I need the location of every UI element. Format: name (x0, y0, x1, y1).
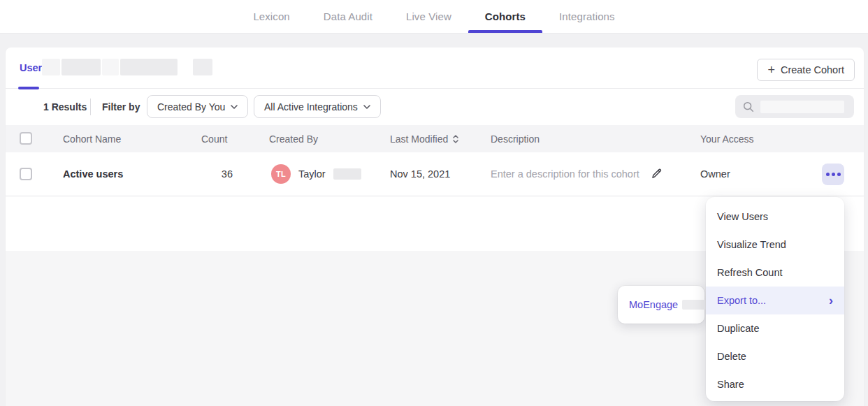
column-header-cohort-name[interactable]: Cohort Name (63, 133, 121, 145)
export-to-label: Export to... (717, 295, 766, 306)
access-level: Owner (700, 168, 730, 180)
avatar: TL (271, 164, 291, 184)
description-input[interactable] (491, 168, 643, 180)
dot-icon (826, 173, 830, 176)
integrations-dropdown-value: All Active Integrations (264, 101, 358, 113)
table-header: Cohort Name Count Created By Last Modifi… (6, 125, 864, 152)
moengage-label: MoEngage (629, 299, 678, 310)
create-cohort-button[interactable]: + Create Cohort (757, 59, 855, 81)
created-by-name: Taylor (298, 168, 326, 180)
column-header-count[interactable]: Count (201, 133, 227, 145)
cohort-count: 36 (201, 168, 233, 180)
plus-icon: + (767, 64, 775, 76)
redacted-tab-placeholder (42, 59, 60, 75)
cohorts-page: Lexicon Data Audit Live View Cohorts Int… (0, 0, 868, 406)
dot-icon (837, 173, 841, 176)
nav-item-lexicon[interactable]: Lexicon (253, 0, 289, 33)
row-actions-button[interactable] (822, 164, 844, 185)
redacted-last-name (333, 168, 361, 180)
created-by-dropdown[interactable]: Created By You (147, 95, 248, 118)
dot-icon (832, 173, 835, 176)
column-header-created-by[interactable]: Created By (269, 133, 318, 145)
select-all-checkbox[interactable] (20, 132, 32, 145)
export-submenu: MoEngage (618, 286, 704, 324)
redacted-tab-placeholder (193, 59, 212, 75)
table-row[interactable]: Active users 36 TL Taylor Nov 15, 2021 O… (6, 152, 864, 196)
column-header-description: Description (491, 133, 540, 145)
cohort-name-link[interactable]: Active users (63, 168, 123, 180)
nav-item-integrations[interactable]: Integrations (559, 0, 615, 33)
menu-item-duplicate[interactable]: Duplicate (706, 314, 844, 342)
column-header-last-modified[interactable]: Last Modified (390, 133, 459, 145)
filter-bar: 1 Results Filter by Created By You All A… (6, 89, 864, 125)
search-input[interactable] (735, 95, 854, 118)
nav-item-data-audit[interactable]: Data Audit (324, 0, 372, 33)
search-icon (742, 101, 755, 113)
submenu-item-moengage[interactable]: MoEngage (629, 299, 709, 310)
filter-by-label: Filter by (102, 101, 140, 113)
menu-item-delete[interactable]: Delete (706, 342, 844, 370)
chevron-down-icon (363, 105, 370, 109)
menu-item-visualize-trend[interactable]: Visualize Trend (706, 231, 844, 259)
column-header-your-access: Your Access (700, 133, 754, 145)
integrations-dropdown[interactable]: All Active Integrations (254, 95, 381, 118)
redacted-tab-placeholder (62, 59, 101, 75)
row-actions-menu: View Users Visualize Trend Refresh Count… (706, 197, 844, 401)
divider (90, 99, 91, 115)
tab-user[interactable]: User (20, 62, 42, 73)
top-navigation: Lexicon Data Audit Live View Cohorts Int… (0, 0, 868, 34)
menu-item-refresh-count[interactable]: Refresh Count (706, 259, 844, 287)
chevron-down-icon (231, 105, 238, 109)
redacted-tab-placeholder (120, 59, 178, 75)
row-checkbox[interactable] (20, 168, 32, 180)
redacted-submenu-text (682, 300, 709, 310)
cohort-type-tabs: User + Create Cohort (6, 48, 864, 89)
chevron-right-icon: › (829, 294, 833, 307)
redacted-tab-placeholder (102, 59, 119, 75)
menu-item-export-to[interactable]: Export to... › (706, 287, 844, 314)
redacted-search-text (760, 101, 844, 113)
nav-item-live-view[interactable]: Live View (406, 0, 451, 33)
sort-icon (452, 134, 459, 144)
menu-item-share[interactable]: Share (706, 370, 844, 398)
last-modified-label: Last Modified (390, 133, 448, 145)
created-by-dropdown-value: Created By You (157, 101, 225, 113)
menu-item-view-users[interactable]: View Users (706, 203, 844, 231)
results-count: 1 Results (43, 101, 87, 113)
create-cohort-label: Create Cohort (781, 64, 844, 75)
nav-item-cohorts[interactable]: Cohorts (485, 0, 526, 33)
last-modified-date: Nov 15, 2021 (390, 168, 450, 180)
edit-description-pencil-icon[interactable] (650, 167, 663, 180)
